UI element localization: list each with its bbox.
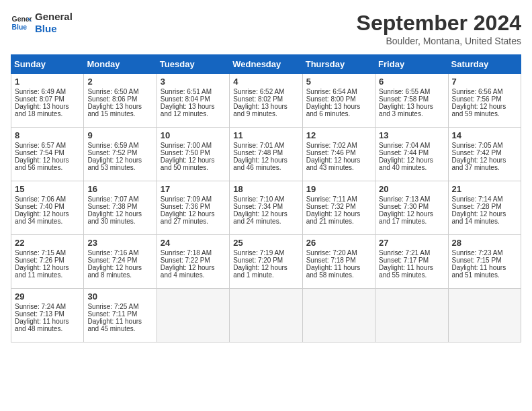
sunset: Sunset: 7:18 PM [306,257,356,264]
calendar-cell: 6Sunrise: 6:55 AMSunset: 7:58 PMDaylight… [375,74,448,128]
day-number: 9 [87,130,152,140]
sunrise: Sunrise: 7:21 AM [379,249,430,257]
sunset: Sunset: 7:30 PM [379,203,429,210]
col-header-monday: Monday [84,55,157,74]
col-header-sunday: Sunday [11,55,84,74]
sunrise: Sunrise: 6:49 AM [15,88,66,95]
sunset: Sunset: 7:15 PM [452,257,502,264]
daylight: Daylight: 12 hours and 1 minute. [233,264,287,279]
col-header-wednesday: Wednesday [230,55,302,74]
day-number: 26 [306,238,371,248]
calendar-row: 15Sunrise: 7:06 AMSunset: 7:40 PMDayligh… [11,181,521,235]
calendar-cell: 18Sunrise: 7:10 AMSunset: 7:34 PMDayligh… [230,181,302,235]
day-number: 3 [161,77,226,87]
day-number: 13 [379,130,444,140]
col-header-tuesday: Tuesday [157,55,229,74]
sunrise: Sunrise: 7:13 AM [379,195,430,203]
sunset: Sunset: 7:32 PM [306,203,356,210]
sunset: Sunset: 7:44 PM [379,149,429,156]
logo-line2: Blue [35,23,73,35]
calendar-cell: 23Sunrise: 7:16 AMSunset: 7:24 PMDayligh… [84,235,157,289]
daylight: Daylight: 13 hours and 15 minutes. [87,103,142,118]
sunset: Sunset: 8:06 PM [87,95,137,103]
sunset: Sunset: 7:34 PM [233,203,283,210]
day-number: 2 [87,77,152,87]
sunrise: Sunrise: 7:11 AM [306,195,357,203]
sunrise: Sunrise: 7:19 AM [233,249,284,257]
sunset: Sunset: 7:48 PM [233,149,283,156]
sunrise: Sunrise: 7:16 AM [87,249,138,257]
sunrise: Sunrise: 7:06 AM [15,195,66,203]
daylight: Daylight: 12 hours and 11 minutes. [15,264,69,279]
logo-line1: General [35,11,73,23]
sunset: Sunset: 7:17 PM [379,257,429,264]
daylight: Daylight: 12 hours and 43 minutes. [306,156,361,171]
daylight: Daylight: 12 hours and 30 minutes. [87,210,142,225]
month-title: September 2024 [357,11,521,36]
calendar-cell: 21Sunrise: 7:14 AMSunset: 7:28 PMDayligh… [448,181,521,235]
sunset: Sunset: 7:28 PM [452,203,502,210]
daylight: Daylight: 12 hours and 8 minutes. [87,264,142,279]
calendar-cell: 12Sunrise: 7:02 AMSunset: 7:46 PMDayligh… [302,128,375,181]
logo: General Blue General Blue [11,11,73,35]
day-number: 29 [15,291,80,302]
daylight: Daylight: 12 hours and 24 minutes. [233,210,287,225]
calendar-cell: 10Sunrise: 7:00 AMSunset: 7:50 PMDayligh… [157,128,229,181]
sunset: Sunset: 7:20 PM [233,257,283,264]
sunrise: Sunrise: 6:59 AM [87,142,138,149]
sunset: Sunset: 8:00 PM [306,95,356,103]
day-number: 28 [452,238,517,248]
sunrise: Sunrise: 7:20 AM [306,249,357,257]
col-header-saturday: Saturday [448,55,521,74]
sunrise: Sunrise: 7:05 AM [452,142,503,149]
calendar-cell: 27Sunrise: 7:21 AMSunset: 7:17 PMDayligh… [375,235,448,289]
calendar-cell: 1Sunrise: 6:49 AMSunset: 8:07 PMDaylight… [11,74,84,128]
calendar-cell: 5Sunrise: 6:54 AMSunset: 8:00 PMDaylight… [302,74,375,128]
sunset: Sunset: 7:22 PM [161,257,210,264]
calendar-cell: 15Sunrise: 7:06 AMSunset: 7:40 PMDayligh… [11,181,84,235]
sunrise: Sunrise: 6:57 AM [15,142,66,149]
calendar-cell: 30Sunrise: 7:25 AMSunset: 7:11 PMDayligh… [84,289,157,342]
sunset: Sunset: 8:04 PM [161,95,210,103]
sunrise: Sunrise: 7:18 AM [161,249,212,257]
day-number: 21 [452,184,517,194]
sunset: Sunset: 7:58 PM [379,95,429,103]
calendar-cell: 14Sunrise: 7:05 AMSunset: 7:42 PMDayligh… [448,128,521,181]
daylight: Daylight: 12 hours and 37 minutes. [452,156,506,171]
sunset: Sunset: 7:13 PM [15,310,64,318]
daylight: Daylight: 13 hours and 18 minutes. [15,103,69,118]
day-number: 25 [233,238,298,248]
calendar-cell [448,289,521,342]
day-number: 8 [15,130,80,140]
logo-icon: General Blue [11,12,32,34]
day-number: 4 [233,77,298,87]
calendar-cell: 2Sunrise: 6:50 AMSunset: 8:06 PMDaylight… [84,74,157,128]
sunrise: Sunrise: 7:04 AM [379,142,430,149]
sunrise: Sunrise: 7:10 AM [233,195,284,203]
sunrise: Sunrise: 7:02 AM [306,142,357,149]
day-number: 16 [87,184,152,194]
calendar-row: 29Sunrise: 7:24 AMSunset: 7:13 PMDayligh… [11,289,521,342]
daylight: Daylight: 13 hours and 9 minutes. [233,103,287,118]
day-number: 10 [161,130,226,140]
sunrise: Sunrise: 6:55 AM [379,88,430,95]
sunset: Sunset: 7:40 PM [15,203,64,210]
calendar-header-row: SundayMondayTuesdayWednesdayThursdayFrid… [11,55,521,74]
day-number: 15 [15,184,80,194]
daylight: Daylight: 12 hours and 4 minutes. [161,264,215,279]
daylight: Daylight: 13 hours and 3 minutes. [379,103,433,118]
sunrise: Sunrise: 7:14 AM [452,195,503,203]
sunrise: Sunrise: 7:09 AM [161,195,212,203]
sunset: Sunset: 7:54 PM [15,149,64,156]
daylight: Daylight: 11 hours and 58 minutes. [306,264,361,279]
sunrise: Sunrise: 7:15 AM [15,249,66,257]
sunrise: Sunrise: 6:54 AM [306,88,357,95]
daylight: Daylight: 12 hours and 21 minutes. [306,210,361,225]
day-number: 23 [87,238,152,248]
sunrise: Sunrise: 7:01 AM [233,142,284,149]
daylight: Daylight: 13 hours and 6 minutes. [306,103,361,118]
daylight: Daylight: 12 hours and 34 minutes. [15,210,69,225]
daylight: Daylight: 12 hours and 46 minutes. [233,156,287,171]
calendar-cell: 3Sunrise: 6:51 AMSunset: 8:04 PMDaylight… [157,74,229,128]
daylight: Daylight: 12 hours and 14 minutes. [452,210,506,225]
